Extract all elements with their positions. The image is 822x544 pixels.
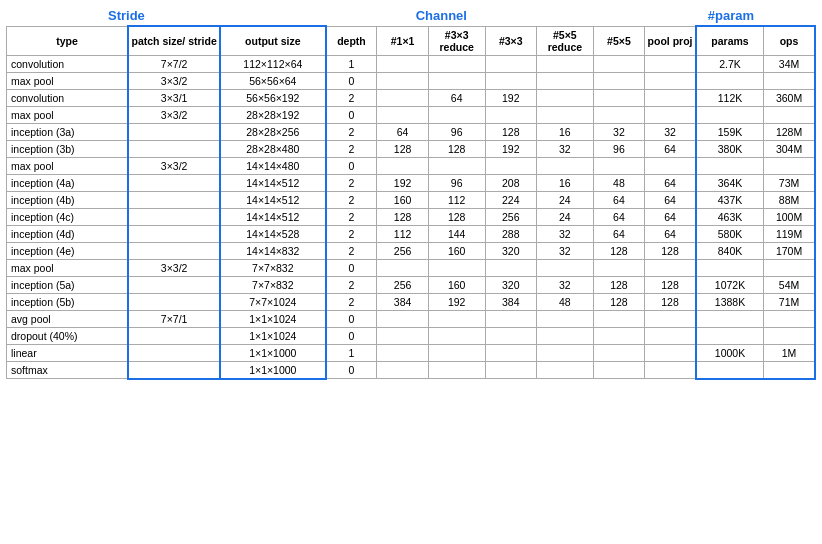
cell: 288 <box>485 225 536 242</box>
cell: 0 <box>326 310 377 327</box>
cell: 170M <box>764 242 815 259</box>
architecture-table: type patch size/ stride output size dept… <box>6 25 816 380</box>
cell: 1×1×1024 <box>220 327 325 344</box>
cell <box>593 157 644 174</box>
col-header-type: type <box>7 26 129 55</box>
table-row: inception (3a)28×28×25626496128163232159… <box>7 123 816 140</box>
cell: 112×112×64 <box>220 55 325 72</box>
cell: 64 <box>428 89 485 106</box>
cell: 64 <box>645 191 696 208</box>
cell <box>128 174 220 191</box>
cell <box>377 327 428 344</box>
cell: 320 <box>485 276 536 293</box>
cell: inception (5a) <box>7 276 129 293</box>
cell: inception (4d) <box>7 225 129 242</box>
cell <box>645 361 696 379</box>
cell <box>377 106 428 123</box>
cell <box>485 327 536 344</box>
cell: convolution <box>7 55 129 72</box>
table-row: inception (3b)28×28×48021281281923296643… <box>7 140 816 157</box>
cell: 32 <box>536 225 593 242</box>
cell <box>536 361 593 379</box>
cell: 64 <box>645 208 696 225</box>
cell <box>428 361 485 379</box>
cell <box>645 89 696 106</box>
cell <box>128 140 220 157</box>
cell <box>645 106 696 123</box>
cell: 840K <box>696 242 764 259</box>
cell: 1000K <box>696 344 764 361</box>
cell: avg pool <box>7 310 129 327</box>
cell: 1×1×1000 <box>220 344 325 361</box>
cell: 7×7/1 <box>128 310 220 327</box>
cell <box>764 259 815 276</box>
cell: linear <box>7 344 129 361</box>
cell: 0 <box>326 106 377 123</box>
cell: inception (3b) <box>7 140 129 157</box>
cell: 3×3/2 <box>128 157 220 174</box>
cell: 384 <box>485 293 536 310</box>
cell: 119M <box>764 225 815 242</box>
cell: 3×3/1 <box>128 89 220 106</box>
cell <box>128 242 220 259</box>
col-header-3x3: #3×3 <box>485 26 536 55</box>
cell: 0 <box>326 72 377 89</box>
cell: 96 <box>428 123 485 140</box>
cell: inception (4c) <box>7 208 129 225</box>
cell: 32 <box>536 140 593 157</box>
cell: 32 <box>536 242 593 259</box>
cell <box>593 55 644 72</box>
cell: 100M <box>764 208 815 225</box>
cell: 112K <box>696 89 764 106</box>
cell: 32 <box>593 123 644 140</box>
cell: 96 <box>428 174 485 191</box>
cell: 64 <box>645 225 696 242</box>
cell: 1388K <box>696 293 764 310</box>
cell: 2 <box>326 174 377 191</box>
cell: 112 <box>428 191 485 208</box>
cell: 34M <box>764 55 815 72</box>
cell: 14×14×480 <box>220 157 325 174</box>
table-header-row: type patch size/ stride output size dept… <box>7 26 816 55</box>
cell <box>428 310 485 327</box>
cell <box>128 293 220 310</box>
cell: inception (5b) <box>7 293 129 310</box>
col-header-params: params <box>696 26 764 55</box>
cell: 54M <box>764 276 815 293</box>
cell <box>536 310 593 327</box>
cell <box>593 106 644 123</box>
cell: 256 <box>377 276 428 293</box>
cell: 56×56×192 <box>220 89 325 106</box>
cell <box>128 208 220 225</box>
cell: inception (3a) <box>7 123 129 140</box>
cell: 304M <box>764 140 815 157</box>
cell: 437K <box>696 191 764 208</box>
table-row: inception (4e)14×14×83222561603203212812… <box>7 242 816 259</box>
cell: 0 <box>326 327 377 344</box>
param-header-label: #param <box>708 8 754 23</box>
cell: 256 <box>377 242 428 259</box>
cell <box>764 327 815 344</box>
cell <box>536 259 593 276</box>
cell: 580K <box>696 225 764 242</box>
cell: 71M <box>764 293 815 310</box>
cell: 28×28×256 <box>220 123 325 140</box>
cell: 32 <box>536 276 593 293</box>
cell: 128 <box>645 293 696 310</box>
cell <box>696 361 764 379</box>
table-row: inception (5a)7×7×8322256160320321281281… <box>7 276 816 293</box>
cell: max pool <box>7 72 129 89</box>
cell <box>485 72 536 89</box>
cell: 128 <box>428 140 485 157</box>
cell <box>645 55 696 72</box>
cell <box>128 276 220 293</box>
cell <box>128 361 220 379</box>
col-header-3x3r: #3×3 reduce <box>428 26 485 55</box>
cell: 73M <box>764 174 815 191</box>
cell <box>485 55 536 72</box>
cell <box>593 361 644 379</box>
cell: 384 <box>377 293 428 310</box>
table-row: max pool3×3/228×28×1920 <box>7 106 816 123</box>
cell: 14×14×512 <box>220 174 325 191</box>
cell <box>536 327 593 344</box>
